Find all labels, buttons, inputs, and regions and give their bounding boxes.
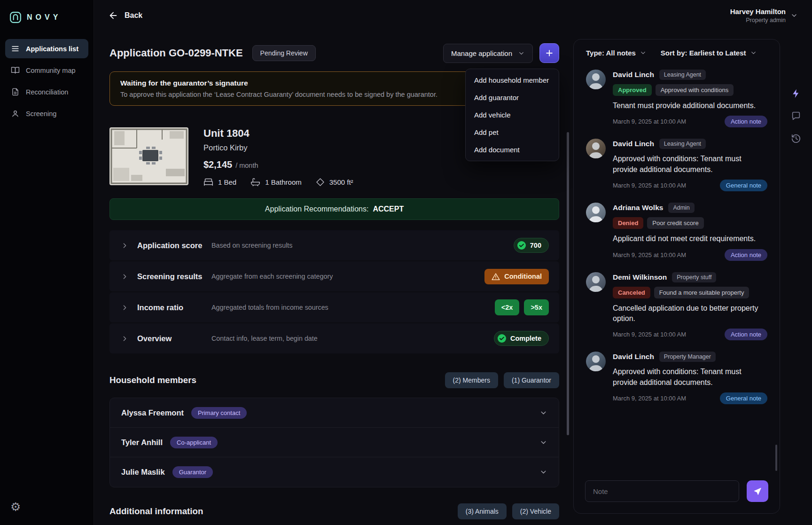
user-role: Property admin bbox=[730, 17, 786, 24]
note-body: Cancelled application due to better prop… bbox=[613, 303, 767, 324]
section-income-ratio[interactable]: Income ratio Aggregated totals from inco… bbox=[109, 292, 559, 322]
menu-item-add-pet[interactable]: Add pet bbox=[466, 124, 559, 141]
avatar bbox=[586, 203, 606, 222]
member-row-alyssa-freemont[interactable]: Alyssa Freemont Primary contact bbox=[110, 398, 559, 428]
note-type-badge: Action note bbox=[725, 116, 767, 127]
avatar bbox=[586, 139, 606, 158]
back-button[interactable]: Back bbox=[108, 10, 142, 21]
page-title: Application GO-0299-NTKE bbox=[109, 47, 243, 59]
section-subtitle: Aggregate from each screening category bbox=[211, 273, 484, 280]
household-members-list: Alyssa Freemont Primary contact Tyler An… bbox=[109, 398, 559, 487]
chevron-right-icon bbox=[121, 335, 129, 343]
note-author-role-badge: Property stuff bbox=[672, 272, 716, 282]
notes-scrollbar[interactable] bbox=[775, 445, 777, 471]
chevron-right-icon bbox=[121, 273, 129, 281]
beds-label: 1 Bed bbox=[218, 178, 236, 186]
section-title: Overview bbox=[137, 334, 211, 343]
topbar: Back Harvey Hamilton Property admin bbox=[94, 0, 812, 31]
main-scrollbar[interactable] bbox=[567, 132, 569, 435]
menu-item-add-vehicle[interactable]: Add vehicle bbox=[466, 106, 559, 124]
comments-chat-icon[interactable] bbox=[791, 111, 801, 121]
sidebar-item-community-map[interactable]: Community map bbox=[5, 61, 88, 80]
note-input[interactable] bbox=[585, 480, 739, 502]
manage-application-button[interactable]: Manage application bbox=[443, 44, 533, 63]
sidebar-item-applications-list[interactable]: Applications list bbox=[5, 39, 88, 58]
send-note-button[interactable] bbox=[747, 480, 768, 502]
menu-item-add-household-member[interactable]: Add household member bbox=[466, 71, 559, 89]
member-role-badge: Guarantor bbox=[172, 466, 213, 478]
chevron-down-icon bbox=[790, 12, 798, 19]
section-subtitle: Aggregated totals from income sources bbox=[211, 304, 495, 311]
member-name: Alyssa Freemont bbox=[121, 408, 184, 417]
area-icon bbox=[316, 178, 325, 187]
recommendation-label: Application Recommendations: bbox=[265, 205, 369, 213]
back-label: Back bbox=[125, 11, 142, 20]
arrow-left-icon bbox=[108, 10, 118, 21]
sidebar-nav: Applications list Community map Reconcil… bbox=[0, 37, 94, 125]
unit-price-period: / month bbox=[235, 162, 258, 169]
bath-icon bbox=[250, 177, 260, 187]
bathrooms-feature: 1 Bathroom bbox=[250, 177, 302, 187]
section-screening-results[interactable]: Screening results Aggregate from each sc… bbox=[109, 261, 559, 291]
section-subtitle: Based on screening results bbox=[211, 242, 514, 249]
user-menu[interactable]: Harvey Hamilton Property admin bbox=[730, 8, 798, 24]
main-wrap: Back Harvey Hamilton Property admin bbox=[94, 0, 812, 525]
section-title: Income ratio bbox=[137, 303, 211, 312]
note-author: David Linch bbox=[613, 71, 654, 79]
manage-application-label: Manage application bbox=[451, 49, 512, 57]
vehicles-count-chip[interactable]: (2) Vehicle bbox=[512, 503, 559, 519]
note-status-badge: Approved bbox=[613, 84, 652, 96]
note-status-badge: Denied bbox=[613, 217, 643, 229]
menu-item-add-guarantor[interactable]: Add guarantor bbox=[466, 89, 559, 106]
animals-count-chip[interactable]: (3) Animals bbox=[458, 503, 507, 519]
user-name: Harvey Hamilton bbox=[730, 8, 786, 16]
right-toolbar bbox=[780, 31, 812, 525]
check-circle-icon bbox=[517, 241, 526, 250]
menu-item-add-document[interactable]: Add document bbox=[466, 141, 559, 158]
note-body: Tenant must provide additional documents… bbox=[613, 101, 767, 111]
chevron-right-icon bbox=[121, 242, 129, 250]
note-status-detail-badge: Poor credit score bbox=[647, 217, 703, 229]
score-badge: 700 bbox=[514, 238, 549, 253]
area-label: 3500 ft² bbox=[329, 178, 353, 186]
sidebar-item-label: Screening bbox=[26, 110, 56, 118]
brand-name: NOVY bbox=[27, 13, 61, 22]
plus-icon bbox=[545, 48, 554, 58]
sidebar-item-screening[interactable]: Screening bbox=[5, 104, 88, 123]
area-feature: 3500 ft² bbox=[316, 177, 353, 187]
notes-list: David Linch Leasing Agent Approved Appro… bbox=[574, 63, 780, 474]
history-clock-icon[interactable] bbox=[791, 133, 801, 144]
conditional-label: Conditional bbox=[504, 273, 542, 280]
sidebar-item-reconciliation[interactable]: Reconciliation bbox=[5, 82, 88, 102]
note-type-badge: Action note bbox=[725, 249, 767, 261]
guarantor-count-chip[interactable]: (1) Guarantor bbox=[504, 372, 559, 388]
notes-type-filter[interactable]: Type: All notes bbox=[586, 49, 647, 57]
member-row-julie-maslik[interactable]: Julie Maslik Guarantor bbox=[110, 457, 559, 487]
section-overview[interactable]: Overview Contact info, lease term, begin… bbox=[109, 323, 559, 353]
member-row-tyler-anhill[interactable]: Tyler Anhill Co-applicant bbox=[110, 428, 559, 457]
note-author-role-badge: Property Manager bbox=[659, 352, 716, 362]
header-actions: Manage application Add hous bbox=[443, 43, 559, 63]
avatar bbox=[586, 70, 606, 89]
note-date: March 9, 2025 at 10:00 AM bbox=[613, 182, 686, 189]
sidebar-item-label: Applications list bbox=[26, 45, 78, 53]
novy-logo-icon bbox=[9, 11, 22, 24]
note-item: Adriana Wolks Admin Denied Poor credit s… bbox=[586, 196, 767, 266]
list-icon bbox=[11, 44, 20, 53]
bathrooms-label: 1 Bathroom bbox=[265, 178, 302, 186]
add-button[interactable] bbox=[539, 43, 559, 63]
income-ratio-low-badge: <2x bbox=[495, 299, 520, 315]
notes-sort-filter[interactable]: Sort by: Earliest to Latest bbox=[661, 49, 757, 57]
chevron-down-icon bbox=[518, 50, 525, 57]
add-dropdown-menu: Add household member Add guarantor Add v… bbox=[465, 69, 559, 161]
note-status-badge: Canceled bbox=[613, 287, 650, 298]
notes-filters: Type: All notes Sort by: Earliest to Lat… bbox=[574, 39, 780, 63]
settings-gear-icon[interactable]: ⚙ bbox=[10, 501, 21, 513]
note-author-role-badge: Leasing Agent bbox=[659, 139, 706, 149]
section-application-score[interactable]: Application score Based on screening res… bbox=[109, 230, 559, 260]
members-count-chip[interactable]: (2) Members bbox=[445, 372, 498, 388]
income-ratio-high-badge: >5x bbox=[524, 299, 549, 315]
brand-logo[interactable]: NOVY bbox=[0, 0, 94, 37]
quick-actions-lightning-icon[interactable] bbox=[791, 88, 801, 99]
note-composer bbox=[574, 474, 780, 513]
